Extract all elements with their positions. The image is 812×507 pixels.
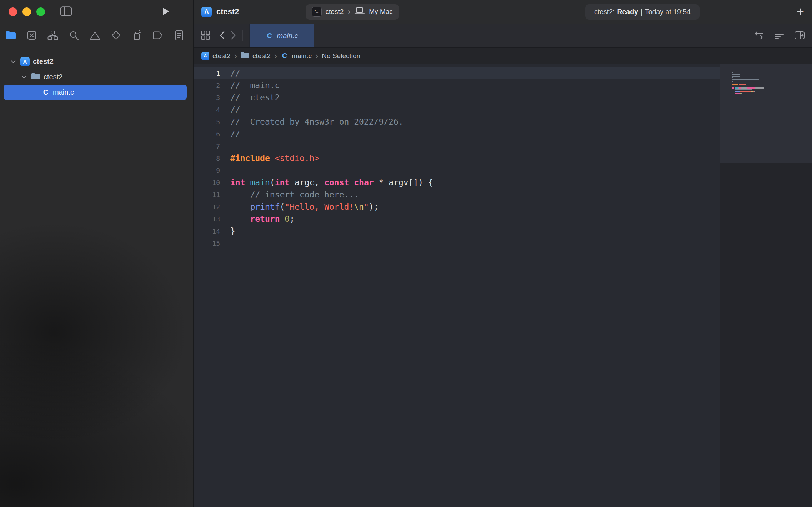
grid-icon: [201, 30, 210, 41]
line-number[interactable]: 2: [194, 82, 224, 89]
spray-can-icon: [132, 30, 142, 42]
report-navigator-button[interactable]: [174, 30, 185, 42]
status-state: Ready: [617, 8, 638, 16]
search-icon: [69, 30, 79, 41]
destination-name: My Mac: [369, 8, 393, 16]
code-line[interactable]: 13 return 0;: [194, 213, 720, 225]
test-navigator-button[interactable]: [111, 30, 121, 42]
line-number[interactable]: 4: [194, 106, 224, 114]
line-number[interactable]: 15: [194, 240, 224, 247]
library-add-button[interactable]: +: [797, 5, 804, 18]
activity-status[interactable]: ctest2: Ready | Today at 19:54: [585, 4, 700, 20]
editor-area: 1//2// main.c3// ctest24//5// Created by…: [194, 64, 812, 507]
issue-navigator-button[interactable]: [90, 31, 100, 41]
code-line[interactable]: 14}: [194, 225, 720, 237]
code-line[interactable]: 9: [194, 164, 720, 176]
add-editor-button[interactable]: [794, 31, 805, 41]
sidebar-item-ctest2[interactable]: ctest2: [4, 69, 187, 85]
source-control-navigator-button[interactable]: [26, 30, 37, 41]
find-navigator-button[interactable]: [69, 30, 79, 41]
code-text: // Created by 4nsw3r on 2022/9/26.: [230, 117, 404, 126]
line-number[interactable]: 1: [194, 70, 224, 77]
source-control-icon: [27, 30, 37, 41]
line-number[interactable]: 13: [194, 215, 224, 223]
project-navigator-button[interactable]: [5, 31, 16, 41]
breadcrumb-item-group[interactable]: ctest2: [241, 52, 271, 60]
chevron-right-icon: [231, 31, 236, 41]
sidebar-item-label: ctest2: [33, 57, 54, 66]
tab-main-c[interactable]: C main.c: [249, 24, 314, 47]
tab-label: main.c: [277, 32, 298, 40]
status-project: ctest2:: [594, 8, 615, 16]
sidebar-toggle-button[interactable]: [60, 6, 72, 17]
line-number[interactable]: 14: [194, 227, 224, 235]
minimap[interactable]: [720, 64, 812, 163]
close-button[interactable]: [9, 7, 17, 16]
navigator-bar: [0, 24, 194, 48]
breakpoint-tag-icon: [153, 31, 164, 41]
code-line[interactable]: 10int main(int argc, const char * argv[]…: [194, 176, 720, 189]
zoom-button[interactable]: [36, 7, 45, 16]
code-text: // insert code here...: [230, 190, 359, 199]
code-line[interactable]: 11 // insert code here...: [194, 189, 720, 201]
my-mac-icon: [354, 7, 365, 16]
breadcrumb-item-selection[interactable]: No Selection: [322, 52, 360, 60]
tab-overview-button[interactable]: [201, 30, 210, 41]
diamond-icon: [111, 30, 121, 42]
folder-icon: [5, 31, 16, 41]
forward-button[interactable]: [231, 31, 236, 41]
line-number[interactable]: 5: [194, 118, 224, 126]
code-text: #include <stdio.h>: [230, 154, 319, 163]
breadcrumb-item-project[interactable]: A ctest2: [201, 52, 231, 60]
xcode-project-icon: A: [201, 7, 212, 17]
xcode-project-icon: A: [201, 52, 209, 60]
window-controls: [9, 7, 45, 16]
scheme-selector[interactable]: >_ ctest2 › My Mac: [306, 4, 399, 20]
code-line[interactable]: 6//: [194, 128, 720, 140]
code-line[interactable]: 7: [194, 140, 720, 152]
breadcrumb-label: ctest2: [212, 52, 231, 60]
code-line[interactable]: 4//: [194, 104, 720, 116]
minimap-lines: [732, 72, 812, 97]
c-file-icon: C: [266, 32, 274, 40]
code-line[interactable]: 1//: [194, 67, 720, 79]
sidebar-item-main-c[interactable]: Cmain.c: [4, 85, 187, 100]
window-title: ctest2: [216, 7, 239, 16]
line-number[interactable]: 10: [194, 179, 224, 186]
code-text: return 0;: [230, 214, 295, 224]
code-line[interactable]: 5// Created by 4nsw3r on 2022/9/26.: [194, 116, 720, 128]
line-number[interactable]: 12: [194, 203, 224, 211]
code-review-button[interactable]: [753, 31, 764, 41]
adjust-editor-button[interactable]: [774, 31, 784, 41]
code-line[interactable]: 3// ctest2: [194, 91, 720, 104]
titlebar-sidebar-area: [0, 0, 194, 24]
breakpoint-navigator-button[interactable]: [153, 31, 164, 41]
code-line[interactable]: 15: [194, 237, 720, 249]
line-number[interactable]: 9: [194, 167, 224, 174]
run-button[interactable]: [161, 7, 170, 17]
code-editor[interactable]: 1//2// main.c3// ctest24//5// Created by…: [194, 64, 720, 249]
debug-navigator-button[interactable]: [132, 30, 142, 42]
line-number[interactable]: 3: [194, 94, 224, 101]
editor-tab-bar: C main.c: [194, 24, 812, 48]
minimize-button[interactable]: [22, 7, 31, 16]
text-lines-icon: [774, 31, 784, 41]
breadcrumb-item-file[interactable]: C main.c: [281, 52, 312, 60]
line-number[interactable]: 8: [194, 155, 224, 162]
symbol-navigator-button[interactable]: [47, 30, 58, 41]
line-number[interactable]: 11: [194, 191, 224, 199]
back-button[interactable]: [220, 31, 225, 41]
chevron-separator-icon: ›: [315, 51, 318, 60]
code-line[interactable]: 2// main.c: [194, 79, 720, 91]
disclosure-chevron-icon[interactable]: [9, 60, 17, 63]
xcode-window: A ctest2 >_ ctest2 › My Mac ctest2: Read…: [0, 0, 812, 507]
divider: [242, 30, 243, 41]
minimap-panel: [720, 64, 812, 507]
disclosure-chevron-icon[interactable]: [20, 75, 28, 79]
code-text: int main(int argc, const char * argv[]) …: [230, 178, 433, 187]
line-number[interactable]: 7: [194, 142, 224, 150]
line-number[interactable]: 6: [194, 130, 224, 138]
sidebar-item-ctest2[interactable]: Actest2: [4, 54, 187, 69]
code-line[interactable]: 12 printf("Hello, World!\n");: [194, 201, 720, 213]
code-line[interactable]: 8#include <stdio.h>: [194, 152, 720, 164]
